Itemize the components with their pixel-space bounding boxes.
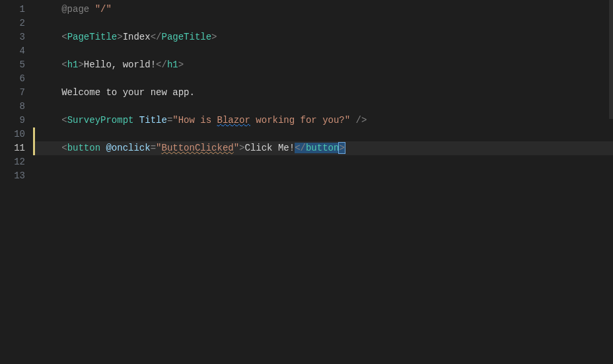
- line-number: 5: [0, 58, 25, 72]
- code-line[interactable]: [33, 44, 613, 58]
- tag-name: PageTitle: [67, 32, 118, 42]
- code-line[interactable]: [33, 100, 613, 114]
- code-line[interactable]: <h1>Hello, world!</h1>: [33, 58, 613, 72]
- code-line[interactable]: @page "/": [33, 3, 613, 17]
- tag-name: SurveyPrompt: [67, 115, 134, 126]
- warning-squiggle: ButtonClicked: [161, 143, 233, 153]
- line-number: 9: [0, 114, 25, 127]
- selection-end-caret: >: [339, 143, 344, 153]
- code-line[interactable]: <SurveyPrompt Title="How is Blazor worki…: [33, 114, 613, 127]
- code-line[interactable]: [33, 17, 613, 30]
- line-number: 2: [0, 17, 25, 30]
- line-number-active: 11: [0, 141, 25, 155]
- code-editor[interactable]: 1 2 3 4 5 6 7 8 9 10 11 12 13 @page "/" …: [0, 0, 613, 364]
- line-number: 6: [0, 72, 25, 86]
- line-number: 10: [0, 127, 25, 141]
- string-literal: "/": [95, 4, 112, 15]
- code-line[interactable]: [33, 169, 613, 183]
- code-line[interactable]: [33, 127, 613, 141]
- attribute-name: Title: [139, 115, 167, 126]
- line-number: 4: [0, 44, 25, 58]
- code-line[interactable]: [33, 155, 613, 169]
- tag-name: button: [67, 143, 100, 153]
- line-number: 12: [0, 155, 25, 169]
- line-number: 7: [0, 86, 25, 100]
- line-number: 1: [0, 3, 25, 17]
- attribute-name: @onclick: [106, 143, 150, 153]
- code-line[interactable]: [33, 72, 613, 86]
- tag-name: h1: [67, 59, 79, 70]
- line-number: 8: [0, 100, 25, 114]
- code-line[interactable]: <PageTitle>Index</PageTitle>: [33, 30, 613, 44]
- line-number: 13: [0, 169, 25, 183]
- line-number: 3: [0, 30, 25, 44]
- code-line[interactable]: Welcome to your new app.: [33, 86, 613, 100]
- scrollbar-thumb[interactable]: [609, 0, 613, 119]
- text-selection: </button: [295, 143, 339, 153]
- razor-directive: @page: [61, 4, 89, 15]
- code-line[interactable]: <button @onclick="ButtonClicked">Click M…: [33, 141, 613, 155]
- info-squiggle: Blazor: [217, 115, 250, 126]
- code-content[interactable]: @page "/" <PageTitle>Index</PageTitle> <…: [33, 0, 613, 364]
- minimap-scrollbar[interactable]: [609, 0, 613, 364]
- line-number-gutter: 1 2 3 4 5 6 7 8 9 10 11 12 13: [0, 0, 33, 364]
